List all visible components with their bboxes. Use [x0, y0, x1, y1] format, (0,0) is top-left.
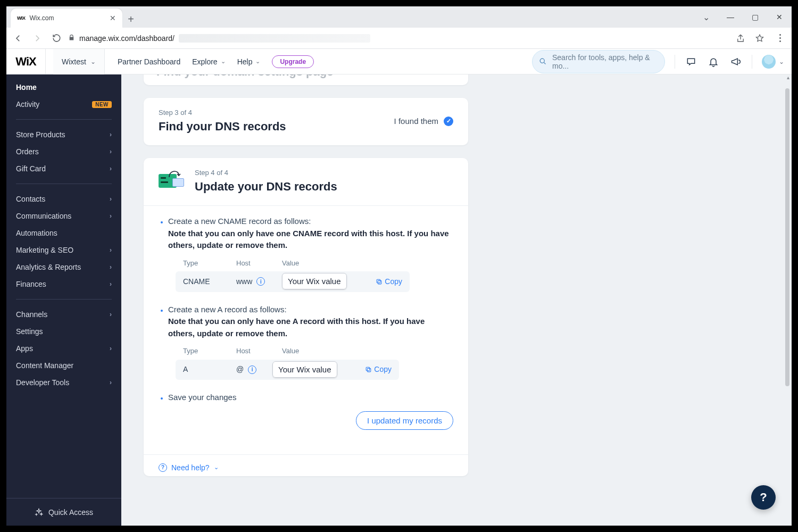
sidebar-item-analytics-reports[interactable]: Analytics & Reports›: [6, 259, 121, 276]
sidebar-item-label: Developer Tools: [16, 378, 69, 387]
col-host: Host: [236, 258, 282, 269]
sidebar-item-gift-card[interactable]: Gift Card›: [6, 160, 121, 177]
sidebar-item-finances[interactable]: Finances›: [6, 276, 121, 293]
url-redacted: [179, 34, 370, 43]
step-label: Step 3 of 4: [159, 109, 286, 117]
tab-overflow-icon[interactable]: ⌄: [694, 6, 718, 28]
sidebar-item-activity[interactable]: Activity NEW: [6, 96, 121, 113]
sidebar-item-label: Automations: [16, 229, 57, 237]
site-selector[interactable]: Wixtest ⌄: [53, 49, 105, 74]
save-changes-text: Save your changes: [168, 393, 236, 402]
chevron-right-icon: ›: [110, 280, 112, 288]
sidebar-item-marketing-seo[interactable]: Marketing & SEO›: [6, 242, 121, 259]
browser-tab[interactable]: WIX Wix.com ✕: [11, 9, 122, 28]
browser-tabstrip: WIX Wix.com ✕ + ⌄ — ▢ ✕: [6, 6, 792, 28]
sidebar-item-label: Orders: [16, 147, 39, 156]
info-icon[interactable]: i: [256, 277, 265, 286]
sidebar-item-content-manager[interactable]: Content Manager: [6, 357, 121, 374]
cell-value: Your Wix value: [282, 273, 347, 289]
account-menu[interactable]: ⌄: [762, 55, 784, 69]
site-name: Wixtest: [62, 57, 86, 66]
cell-value: Your Wix value: [272, 361, 337, 378]
sidebar-item-label: Activity: [16, 100, 39, 109]
peek-title: Find your domain settings page: [156, 74, 455, 79]
browser-menu-icon[interactable]: [772, 31, 787, 46]
announcements-icon[interactable]: [729, 55, 742, 68]
sidebar-item-label: Channels: [16, 310, 47, 319]
quick-access-button[interactable]: Quick Access: [6, 498, 121, 526]
search-placeholder: Search for tools, apps, help & mo...: [552, 53, 658, 70]
sidebar-item-label: Contacts: [16, 195, 45, 203]
copy-button[interactable]: Copy: [354, 364, 392, 375]
help-fab-button[interactable]: ?: [751, 485, 776, 510]
window-maximize-button[interactable]: ▢: [743, 6, 767, 28]
sidebar-item-communications[interactable]: Communications›: [6, 207, 121, 225]
chevron-down-icon: ⌄: [221, 58, 226, 65]
close-tab-icon[interactable]: ✕: [110, 14, 116, 22]
sidebar-item-home[interactable]: Home: [6, 79, 121, 96]
window-close-button[interactable]: ✕: [767, 6, 792, 28]
card-title: Find your DNS records: [159, 120, 286, 134]
bookmark-star-icon[interactable]: [753, 32, 766, 45]
sidebar-item-orders[interactable]: Orders›: [6, 143, 121, 160]
sidebar-item-settings[interactable]: Settings: [6, 323, 121, 340]
sidebar-item-label: Analytics & Reports: [16, 263, 81, 271]
nav-forward-button[interactable]: [30, 31, 45, 46]
i-found-them-button[interactable]: I found them ✓: [394, 117, 453, 126]
nav-explore[interactable]: Explore⌄: [192, 57, 225, 66]
col-value: Value: [282, 258, 365, 269]
need-help-link[interactable]: ? Need help? ⌄: [159, 463, 453, 472]
avatar: [762, 55, 776, 69]
chevron-down-icon: ⌄: [214, 464, 219, 471]
new-tab-button[interactable]: +: [122, 11, 139, 28]
copy-icon: [376, 278, 383, 285]
card-step2-peek: Find your domain settings page: [144, 74, 468, 85]
inbox-icon[interactable]: [685, 55, 697, 68]
sidebar-item-automations[interactable]: Automations: [6, 225, 121, 242]
lock-icon: [68, 34, 75, 43]
chevron-right-icon: ›: [110, 379, 112, 386]
card-step4: Step 4 of 4 Update your DNS records Crea…: [144, 158, 468, 476]
svg-rect-1: [378, 280, 382, 284]
chevron-right-icon: ›: [110, 165, 112, 172]
i-updated-my-records-button[interactable]: I updated my records: [356, 411, 453, 430]
window-minimize-button[interactable]: —: [718, 6, 743, 28]
chevron-right-icon: ›: [110, 345, 112, 352]
nav-partner-dashboard[interactable]: Partner Dashboard: [118, 57, 180, 66]
chevron-right-icon: ›: [110, 131, 112, 138]
cname-note-text: Note that you can only have one CNAME re…: [168, 229, 449, 250]
url-field[interactable]: manage.wix.com/dashboard/: [68, 34, 730, 43]
sidebar-item-store-products[interactable]: Store Products›: [6, 126, 121, 143]
found-label: I found them: [394, 117, 438, 126]
info-icon[interactable]: i: [248, 365, 256, 374]
sidebar-item-label: Apps: [16, 344, 33, 353]
top-nav: Partner Dashboard Explore⌄ Help⌄ Upgrade: [112, 55, 314, 68]
nav-reload-button[interactable]: [49, 31, 64, 46]
step-label: Step 4 of 4: [195, 169, 337, 177]
svg-rect-2: [377, 279, 380, 283]
sidebar-item-channels[interactable]: Channels›: [6, 306, 121, 323]
chevron-right-icon: ›: [110, 212, 112, 220]
sidebar-item-contacts[interactable]: Contacts›: [6, 190, 121, 207]
copy-button[interactable]: Copy: [365, 276, 402, 287]
a-note-text: Note that you can only have one A record…: [168, 317, 425, 338]
chevron-down-icon: ⌄: [255, 58, 260, 65]
upgrade-button[interactable]: Upgrade: [272, 55, 314, 68]
sidebar-item-label: Settings: [16, 327, 43, 336]
table-row: A @ i Your Wix value: [176, 360, 399, 380]
sidebar-item-apps[interactable]: Apps›: [6, 340, 121, 357]
chevron-down-icon: ⌄: [779, 58, 784, 65]
copy-label: Copy: [385, 276, 402, 287]
separator: [675, 55, 675, 69]
wix-logo[interactable]: WiX: [6, 49, 46, 74]
chevron-right-icon: ›: [110, 195, 112, 203]
search-input[interactable]: Search for tools, apps, help & mo...: [532, 50, 665, 73]
share-icon[interactable]: [734, 32, 747, 45]
nav-back-button[interactable]: [11, 31, 26, 46]
sidebar-item-developer-tools[interactable]: Developer Tools›: [6, 374, 121, 391]
notifications-icon[interactable]: [707, 55, 720, 68]
sidebar-item-label: Gift Card: [16, 164, 46, 173]
nav-help[interactable]: Help⌄: [237, 57, 261, 66]
table-row: CNAME www i Your Wix value: [176, 271, 410, 292]
chevron-right-icon: ›: [110, 148, 112, 155]
